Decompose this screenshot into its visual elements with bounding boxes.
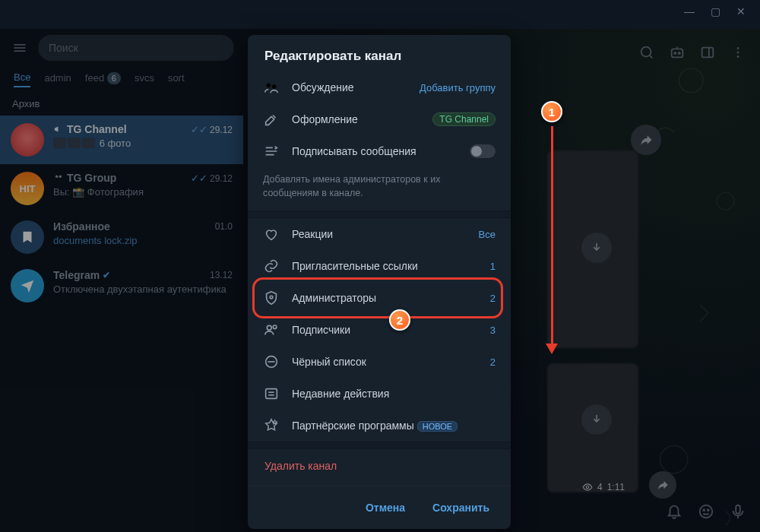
row-label: Партнёрские программы НОВОЕ	[292, 420, 496, 432]
modal-row-design[interactable]: ОформлениеTG Channel	[248, 103, 511, 135]
window-close[interactable]: ✕	[736, 6, 746, 17]
row-label: Администраторы	[292, 292, 478, 304]
modal-row-users[interactable]: Подписчики3	[248, 314, 511, 346]
row-label: Обсуждение	[292, 81, 407, 93]
annotation-badge-1: 1	[541, 101, 562, 122]
modal-title: Редактировать канал	[248, 35, 511, 71]
svg-point-28	[272, 84, 277, 89]
cancel-button[interactable]: Отмена	[355, 496, 416, 520]
hint-text: Добавлять имена администраторов к их соо…	[248, 167, 511, 211]
svg-rect-34	[266, 389, 277, 399]
row-label: Чёрный список	[292, 356, 478, 368]
sign-toggle[interactable]	[470, 144, 496, 158]
row-value: 1	[490, 261, 496, 272]
row-value: 2	[490, 293, 496, 304]
row-chip: TG Channel	[432, 112, 496, 126]
annotation-arrow-head	[546, 344, 558, 354]
row-label: Подписчики	[292, 324, 478, 336]
modal-row-ban[interactable]: Чёрный список2	[248, 346, 511, 378]
modal-row-list[interactable]: Недавние действия	[248, 378, 511, 410]
modal-row-discussion[interactable]: ОбсуждениеДобавить группу	[248, 71, 511, 103]
row-value: 2	[490, 356, 496, 368]
modal-row-link[interactable]: Пригласительные ссылки1	[248, 250, 511, 282]
svg-point-30	[267, 325, 271, 330]
modal-row-star[interactable]: Партнёрские программы НОВОЕ	[248, 410, 511, 442]
window-maximize[interactable]: ▢	[710, 6, 720, 17]
row-label: Подписывать сообщения	[292, 145, 458, 157]
svg-point-29	[270, 296, 273, 299]
row-label: Недавние действия	[292, 388, 496, 400]
annotation-badge-2: 2	[389, 309, 410, 331]
modal-row-heart[interactable]: РеакцииВсе	[248, 218, 511, 250]
row-label: Реакции	[292, 228, 467, 240]
row-label: Оформление	[292, 113, 420, 125]
edit-channel-modal: Редактировать канал ОбсуждениеДобавить г…	[248, 35, 511, 529]
row-label: Пригласительные ссылки	[292, 260, 478, 272]
row-value: Все	[479, 229, 496, 240]
svg-point-27	[267, 84, 271, 88]
window-minimize[interactable]: —	[684, 6, 695, 17]
delete-channel[interactable]: Удалить канал	[248, 449, 511, 483]
row-value: 3	[490, 325, 496, 336]
save-button[interactable]: Сохранить	[422, 496, 500, 520]
new-badge: НОВОЕ	[417, 421, 458, 432]
modal-row-shield[interactable]: Администраторы2	[248, 282, 511, 314]
window-titlebar: — ▢ ✕	[0, 0, 760, 23]
annotation-arrow-line	[551, 126, 553, 345]
svg-point-31	[273, 325, 277, 329]
modal-row-sign[interactable]: Подписывать сообщения	[248, 135, 511, 167]
row-value: Добавить группу	[420, 82, 496, 93]
